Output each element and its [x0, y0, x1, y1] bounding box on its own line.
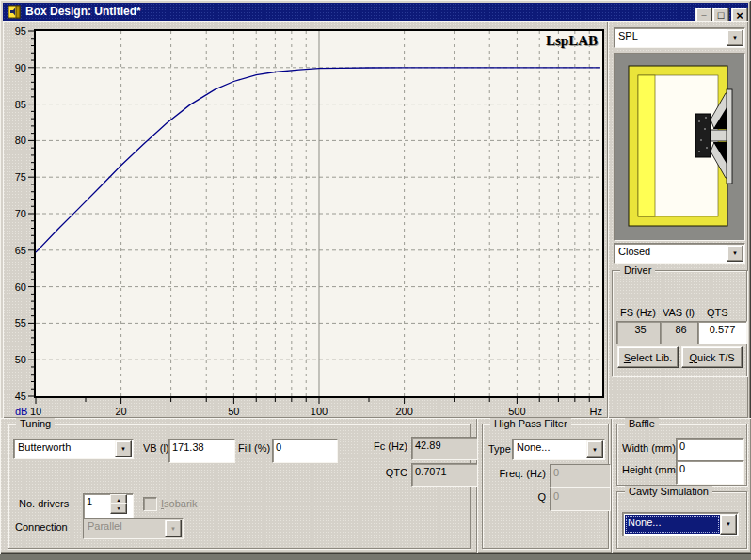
svg-text:55: 55	[15, 317, 26, 328]
svg-text:dB: dB	[15, 406, 27, 417]
close-icon: ×	[736, 9, 743, 22]
vas-field: 86	[660, 321, 702, 344]
vb-field[interactable]: 171.38	[168, 439, 235, 463]
connection-label: Connection	[15, 521, 68, 533]
app-window: Box Design: Untitled* _ □ × 455055606570…	[0, 0, 751, 554]
svg-text:100: 100	[311, 406, 328, 417]
quick-ts-button[interactable]: Quick T/S	[681, 346, 743, 368]
qts-field[interactable]: 0.577	[697, 321, 747, 344]
baffle-width-field[interactable]: 0	[676, 438, 744, 462]
qtc-label: QTC	[360, 467, 407, 478]
hpf-type-label: Type	[488, 443, 511, 455]
qtc-field: 0.7071	[411, 463, 479, 487]
chevron-down-icon[interactable]: ▼	[115, 440, 132, 457]
desktop-strip	[0, 554, 751, 560]
drivers-spin-down-button[interactable]: ▼	[110, 503, 127, 514]
window-title: Box Design: Untitled*	[25, 5, 141, 18]
cavity-select[interactable]: None... ▼	[622, 512, 739, 536]
spin-up-icon: ▲	[117, 498, 121, 503]
fs-field: 35	[616, 321, 664, 344]
svg-text:75: 75	[15, 171, 26, 183]
view-select-value: SPL	[618, 30, 727, 41]
enclosure-preview	[614, 53, 745, 241]
baffle-height-field[interactable]: 0	[676, 460, 744, 485]
vas-label: VAS (l)	[663, 307, 695, 318]
hpf-freq-label: Freq. (Hz)	[489, 468, 546, 479]
maximize-icon: □	[718, 10, 725, 21]
chart-panel: 4550556065707580859095102050100200500dBH…	[3, 21, 608, 418]
svg-text:LspLAB: LspLAB	[546, 33, 598, 48]
svg-text:65: 65	[15, 245, 26, 256]
select-lib-button[interactable]: Select Lib.	[617, 346, 679, 368]
hpf-type-value: None...	[517, 441, 586, 453]
svg-text:85: 85	[15, 99, 26, 110]
high-pass-group-title: High Pass Filter	[490, 418, 571, 429]
fc-field: 42.89	[411, 437, 479, 460]
view-select[interactable]: SPL ▼	[614, 27, 745, 48]
baffle-width-label: Width (mm)	[622, 442, 676, 454]
chevron-down-icon[interactable]: ▼	[586, 440, 603, 458]
hpf-q-label: Q	[489, 491, 546, 503]
svg-text:500: 500	[508, 406, 525, 417]
svg-text:60: 60	[15, 281, 26, 293]
title-bar: Box Design: Untitled* _ □ ×	[3, 3, 748, 21]
minimize-icon: _	[701, 8, 706, 17]
cavity-group-title: Cavity Simulation	[625, 486, 712, 497]
cavity-select-value: None...	[625, 515, 720, 534]
fc-label: Fc (Hz)	[360, 440, 407, 452]
tuning-group-title: Tuning	[16, 418, 55, 429]
chevron-down-icon[interactable]: ▼	[727, 245, 743, 262]
app-icon	[8, 5, 22, 19]
svg-text:95: 95	[15, 25, 26, 37]
svg-text:Hz: Hz	[590, 406, 602, 417]
baffle-group-title: Baffle	[625, 418, 659, 429]
vb-label: VB (l)	[143, 442, 169, 454]
svg-text:90: 90	[15, 62, 26, 73]
svg-text:10: 10	[30, 406, 41, 417]
svg-text:50: 50	[228, 406, 239, 417]
spin-down-icon: ▼	[117, 506, 121, 511]
baffle-height-label: Height (mm)	[622, 464, 679, 475]
svg-text:20: 20	[115, 406, 126, 417]
chevron-down-icon[interactable]: ▼	[720, 514, 737, 535]
qts-label: QTS	[707, 307, 728, 318]
fill-field[interactable]: 0	[272, 439, 338, 463]
fill-label: Fill (%)	[238, 442, 270, 454]
hpf-freq-field: 0	[550, 464, 611, 488]
spl-chart: 4550556065707580859095102050100200500dBH…	[3, 21, 608, 418]
chevron-down-icon: ▼	[165, 520, 182, 537]
enclosure-type-select[interactable]: Closed ▼	[614, 243, 745, 264]
driver-group-title: Driver	[620, 264, 655, 276]
svg-text:80: 80	[15, 135, 26, 146]
svg-text:70: 70	[15, 208, 26, 219]
chevron-down-icon[interactable]: ▼	[727, 29, 743, 46]
connection-select: Parallel ▼	[83, 518, 184, 539]
alignment-value: Butterworth	[18, 441, 115, 453]
enclosure-type-value: Closed	[618, 246, 727, 257]
connection-value: Parallel	[88, 520, 165, 532]
hpf-q-field: 0	[550, 488, 611, 511]
fs-label: FS (Hz)	[620, 307, 656, 318]
svg-text:200: 200	[395, 406, 412, 417]
alignment-select[interactable]: Butterworth ▼	[13, 439, 134, 459]
no-drivers-label: No. drivers	[19, 498, 69, 509]
isobarik-label: Isobarik	[161, 498, 198, 509]
svg-text:50: 50	[15, 354, 26, 365]
enclosure-diagram	[615, 54, 743, 238]
hpf-type-select[interactable]: None... ▼	[512, 439, 605, 460]
svg-text:45: 45	[15, 391, 26, 402]
isobarik-checkbox	[143, 497, 157, 511]
